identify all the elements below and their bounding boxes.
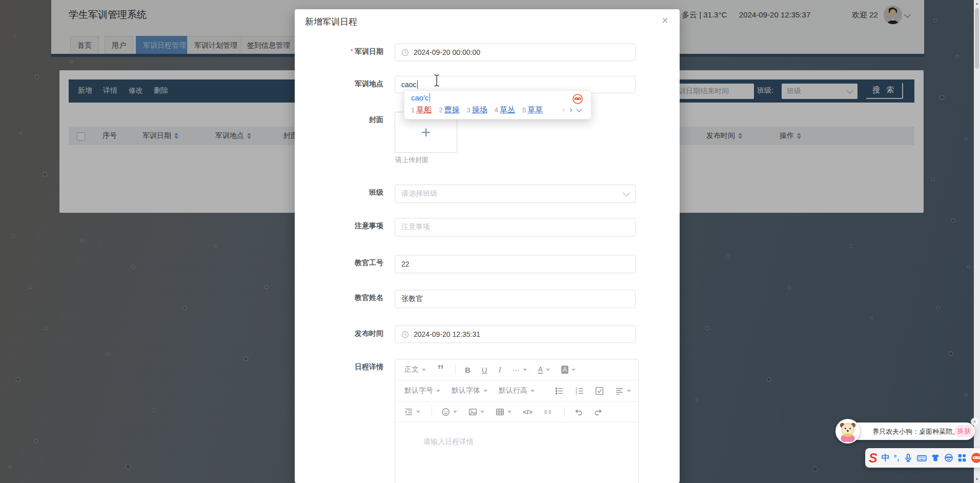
ime-candidate-4[interactable]: 4草丛 — [495, 105, 515, 115]
change-skin-button[interactable]: 换肤 — [954, 425, 974, 437]
publish-time-value: 2024-09-20 12:35:31 — [414, 330, 480, 338]
clock-icon — [401, 49, 409, 56]
mouse-ibeam-cursor — [433, 74, 440, 87]
toolbox-grid-icon[interactable] — [957, 453, 967, 462]
dog-pet-icon — [837, 420, 859, 442]
table-dropdown[interactable] — [496, 408, 512, 416]
blockquote-icon[interactable]: ” — [437, 366, 444, 373]
voice-input-mic-icon[interactable] — [904, 453, 913, 462]
ordered-list-icon[interactable] — [575, 387, 584, 395]
ime-composition: cao'c — [411, 93, 430, 102]
add-schedule-modal: 新增军训日程 × *军训日期 2024-09-20 00:00:00 军训地点 … — [295, 9, 680, 483]
ime-paging: ‹ › — [562, 105, 581, 114]
ime-next-page-icon[interactable]: › — [569, 105, 572, 114]
scroll-down-arrow-icon[interactable]: ▼ — [974, 476, 980, 483]
sogou-ai-icon[interactable] — [573, 94, 583, 104]
required-star: * — [351, 47, 353, 55]
divider-rule-icon[interactable] — [544, 408, 553, 416]
ime-candidate-1[interactable]: 1草船 — [411, 105, 432, 115]
class-field-label: 班级 — [295, 188, 383, 197]
ime-candidate-window: cao'c 1草船 2曹操 3操场 4草丛 5草草 ‹ › — [404, 90, 591, 119]
scroll-up-arrow-icon[interactable]: ▲ — [974, 0, 980, 7]
modal-close-icon[interactable]: × — [662, 14, 668, 27]
toolbar-divider — [455, 365, 456, 375]
image-dropdown[interactable] — [468, 408, 484, 416]
pet-message-text: 养只农夫小狗：桌面种菜陪上班 — [872, 427, 955, 436]
ime-candidate-2[interactable]: 2曹操 — [439, 105, 459, 115]
instructor-id-label: 教官工号 — [295, 258, 383, 268]
class-select[interactable]: 请选择班级 — [395, 185, 636, 203]
toolbar-divider — [432, 407, 432, 417]
underline-icon[interactable]: U — [482, 366, 487, 374]
plus-icon: + — [421, 123, 431, 142]
clock-icon — [401, 331, 409, 338]
desktop-screen: 学生军训管理系统 多云 | 31.3°C 2024-09-20 12:35:37… — [0, 0, 980, 483]
editor-toolbar-row3: </> — [395, 401, 638, 422]
soft-keyboard-icon[interactable] — [917, 453, 927, 463]
class-select-chevron-down-icon — [623, 189, 630, 196]
instructor-name-label: 教官姓名 — [295, 293, 383, 303]
more-styles-dropdown[interactable]: ⋯ — [513, 366, 527, 374]
ime-prev-page-icon[interactable]: ‹ — [562, 105, 565, 114]
bg-color-dropdown[interactable]: A — [561, 366, 576, 374]
toolbar-divider — [564, 407, 565, 417]
location-field-label: 军训地点 — [295, 79, 383, 89]
todo-list-icon[interactable] — [595, 387, 604, 395]
editor-toolbar-row1: 正文 ” B U I ⋯ A A — [395, 359, 638, 380]
ime-candidate-3[interactable]: 3操场 — [466, 105, 487, 115]
instructor-name-input[interactable]: 张教官 — [395, 290, 636, 308]
punctuation-mode-icon[interactable]: °, — [894, 454, 900, 462]
font-size-dropdown[interactable]: 默认字号 — [404, 386, 440, 395]
pet-message-bubble: 养只农夫小狗：桌面种菜陪上班 换肤 — [849, 422, 975, 440]
bullet-list-icon[interactable] — [555, 387, 564, 395]
date-input[interactable]: 2024-09-20 00:00:00 — [395, 44, 636, 61]
modal-title: 新增军训日程 — [305, 16, 357, 28]
line-height-dropdown[interactable]: 默认行高 — [499, 386, 535, 395]
publish-time-label: 发布时间 — [295, 329, 383, 338]
redo-icon[interactable] — [594, 408, 603, 416]
chinese-mode-icon[interactable]: 中 — [882, 453, 890, 464]
location-value: caoc — [401, 80, 417, 89]
pet-close-icon[interactable]: × — [971, 418, 978, 426]
publish-time-input[interactable]: 2024-09-20 12:35:31 — [395, 326, 636, 343]
instructor-id-value: 22 — [401, 260, 410, 268]
ime-candidate-list: 1草船 2曹操 3操场 4草丛 5草草 — [411, 105, 550, 115]
ime-candidate-5[interactable]: 5草草 — [522, 105, 543, 115]
font-family-dropdown[interactable]: 默认字体 — [452, 386, 487, 395]
pet-avatar[interactable] — [835, 419, 860, 444]
bold-icon[interactable]: B — [465, 366, 471, 374]
skin-shirt-icon[interactable] — [931, 453, 940, 462]
notice-placeholder: 注意事项 — [401, 223, 430, 232]
sogou-logo[interactable]: S — [869, 451, 877, 465]
richtext-editor: 正文 ” B U I ⋯ A A 默认字号 默认字体 默认行高 — [395, 359, 639, 483]
align-dropdown[interactable] — [615, 387, 631, 395]
class-select-placeholder: 请选择班级 — [401, 189, 437, 198]
notice-input[interactable]: 注意事项 — [395, 218, 636, 236]
notice-field-label: 注意事项 — [295, 222, 383, 231]
text-caret — [417, 80, 418, 89]
sticker-face-icon[interactable] — [944, 453, 953, 462]
instructor-id-input[interactable]: 22 — [395, 255, 636, 273]
undo-icon[interactable] — [574, 408, 583, 416]
code-icon[interactable]: </> — [523, 408, 533, 416]
italic-icon[interactable]: I — [499, 366, 501, 374]
scrollbar-thumb[interactable] — [975, 8, 979, 69]
cover-upload-tip: 请上传封面 — [395, 155, 428, 165]
font-color-dropdown[interactable]: A — [538, 366, 550, 374]
date-value: 2024-09-20 00:00:00 — [414, 48, 480, 56]
indent-dropdown[interactable] — [404, 408, 420, 416]
instructor-name-value: 张教官 — [401, 294, 423, 304]
date-field-label: *军训日期 — [295, 47, 383, 56]
ime-toolbar: S 中 °, — [865, 448, 980, 468]
ime-caret — [430, 93, 430, 102]
cover-field-label: 封面 — [295, 115, 383, 125]
browser-scrollbar[interactable]: ▲ ▼ — [974, 0, 980, 483]
detail-field-label: 日程详情 — [295, 363, 383, 372]
paragraph-style-dropdown[interactable]: 正文 — [404, 365, 426, 374]
editor-placeholder[interactable]: 请输入日程详情 — [423, 437, 474, 447]
editor-toolbar-row2: 默认字号 默认字体 默认行高 — [395, 380, 638, 401]
emoji-dropdown[interactable] — [441, 408, 457, 416]
ime-expand-chevron-down-icon[interactable] — [576, 106, 582, 112]
sogou-ai-face-icon[interactable] — [971, 452, 980, 464]
